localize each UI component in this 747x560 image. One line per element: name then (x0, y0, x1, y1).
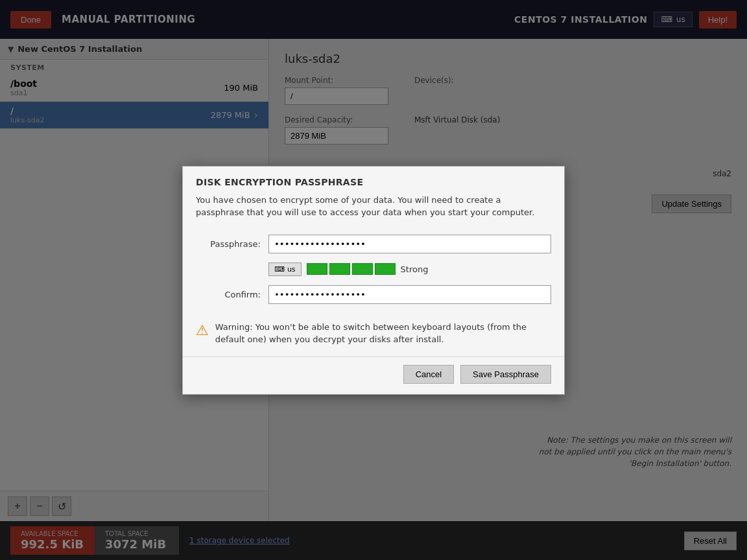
cancel-button[interactable]: Cancel (403, 365, 454, 384)
strength-label: Strong (401, 264, 429, 274)
dialog-header: DISK ENCRYPTION PASSPHRASE You have chos… (183, 167, 564, 227)
strength-bar-4 (375, 263, 396, 275)
passphrase-input[interactable] (268, 235, 551, 253)
disk-encryption-dialog: DISK ENCRYPTION PASSPHRASE You have chos… (182, 166, 565, 395)
keyboard-mini-icon: ⌨ (274, 265, 285, 274)
passphrase-label: Passphrase: (196, 239, 261, 249)
dialog-footer: Cancel Save Passphrase (183, 356, 564, 394)
strength-bar-2 (329, 263, 350, 275)
passphrase-row: Passphrase: (196, 235, 551, 253)
strength-bar-3 (352, 263, 373, 275)
save-passphrase-button[interactable]: Save Passphrase (460, 365, 551, 384)
strength-bars (307, 263, 396, 275)
confirm-input[interactable] (268, 285, 551, 304)
confirm-label: Confirm: (196, 290, 261, 299)
dialog-overlay: DISK ENCRYPTION PASSPHRASE You have chos… (0, 0, 747, 560)
warning-icon: ⚠ (196, 322, 209, 338)
warning-row: ⚠ Warning: You won't be able to switch b… (183, 321, 564, 356)
confirm-row: Confirm: (196, 285, 551, 304)
dialog-title: DISK ENCRYPTION PASSPHRASE (196, 177, 551, 187)
strength-bar-1 (307, 263, 327, 275)
dialog-body-text: You have chosen to encrypt some of your … (196, 194, 551, 219)
keyboard-mini-layout: us (287, 265, 296, 274)
keyboard-mini-widget[interactable]: ⌨ us (268, 262, 302, 276)
dialog-body: Passphrase: ⌨ us Strong Confirm: (183, 227, 564, 321)
warning-text: Warning: You won't be able to switch bet… (215, 321, 551, 346)
strength-row: ⌨ us Strong (196, 262, 551, 276)
